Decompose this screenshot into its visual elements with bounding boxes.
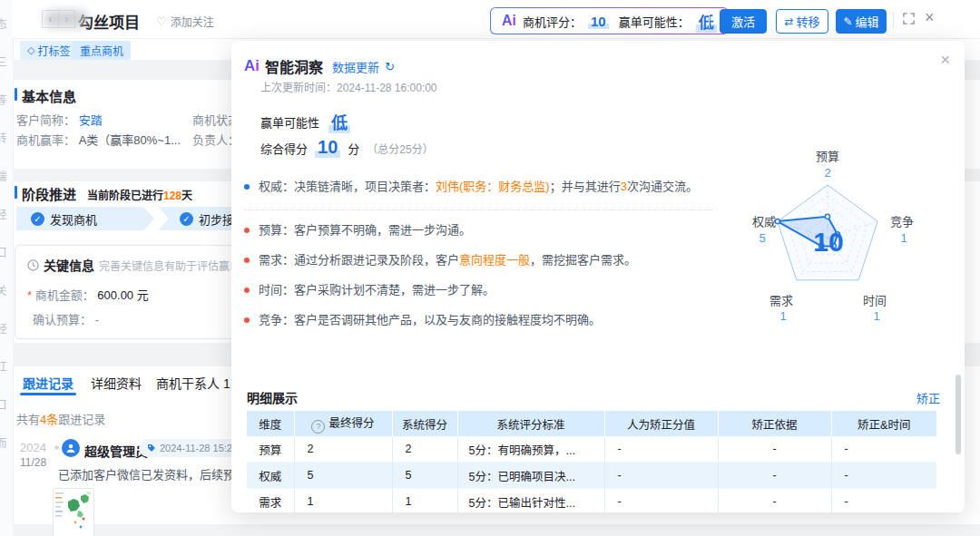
person-icon — [65, 443, 76, 453]
customer-field: 客户简称： 安踏 — [16, 111, 103, 128]
bullet-dot-blue — [244, 184, 250, 190]
bullet-dot-red — [244, 317, 250, 323]
transfer-button[interactable]: ⇄ 转移 — [776, 9, 828, 34]
opportunity-score-label: 商机评分： — [523, 13, 582, 30]
win-probability-row: 赢单可能性 低 — [260, 110, 350, 133]
radar-center-score: 10 — [813, 227, 843, 257]
activate-button[interactable]: 激活 — [720, 9, 767, 34]
sidebar-fragment-text: 态三等转端经口关经红口而 — [0, 18, 8, 475]
stage-step-label: 发现商机 — [50, 210, 97, 228]
cell-standard: 5分：已明确项目决... — [457, 463, 604, 489]
help-icon[interactable]: ? — [311, 420, 325, 434]
check-icon: ✓ — [31, 212, 44, 226]
customer-link[interactable]: 安踏 — [79, 113, 103, 127]
bullet-dot-red — [244, 287, 250, 293]
col-dimension: 维度 — [247, 411, 294, 436]
budget-label: 确认预算： — [33, 313, 92, 326]
tab-details[interactable]: 详细资料 — [91, 374, 142, 392]
table-header-row: 维度 ?最终得分 系统得分 系统评分标准 人为矫正分值 矫正依据 矫正&时间 — [247, 411, 936, 436]
modal-title: 智能洞察 — [265, 55, 323, 77]
heart-icon: ♡ — [156, 15, 167, 28]
radar-value-demand: 1 — [779, 309, 786, 323]
winrate-field: 商机赢率： A类（赢率80%~1... — [16, 131, 181, 148]
stage-days-suffix: 天 — [181, 190, 192, 202]
insight-text-part: 权威：决策链清晰，项目决策者： — [259, 180, 436, 193]
tab-active-underline — [20, 393, 76, 395]
refresh-icon[interactable]: ↻ — [385, 60, 395, 73]
cell-adjust: - — [604, 463, 718, 489]
bullet-dot-red — [244, 258, 250, 263]
cell-final: 1 — [294, 489, 392, 513]
cell-dimension: 权威 — [247, 463, 294, 489]
col-final-score-label: 最终得分 — [328, 417, 374, 430]
modal-header: Ai 智能洞察 数据更新 ↻ — [244, 55, 395, 77]
insight-demand: 需求：通过分析跟进记录及阶段，客户意向程度一般，需挖掘客户需求。 — [244, 252, 702, 268]
clock-icon — [27, 259, 39, 271]
heading-bar — [15, 88, 17, 101]
radar-value-compete: 1 — [900, 231, 906, 245]
follow-control[interactable]: ♡ 添加关注 — [156, 14, 214, 29]
radar-label-compete: 竞争 — [890, 215, 914, 229]
amount-value: 600.00 元 — [97, 288, 148, 302]
required-mark: * — [27, 288, 32, 302]
tab-follow-records[interactable]: 跟进记录 — [23, 374, 74, 392]
score-detail-table: 维度 ?最终得分 系统得分 系统评分标准 人为矫正分值 矫正依据 矫正&时间 预… — [247, 411, 936, 512]
timeline-dot — [54, 445, 59, 450]
dotted-divider — [244, 210, 712, 210]
overall-score-unit: 分 — [348, 140, 359, 157]
records-count-number: 4条 — [40, 413, 58, 426]
edit-icon: ✎ — [843, 15, 852, 28]
modal-close-button[interactable]: × — [940, 50, 950, 70]
stage-step-discover[interactable]: ✓ 发现商机 — [16, 207, 154, 230]
redaction-blur — [44, 10, 89, 28]
insight-highlight: 3 — [621, 180, 627, 193]
adjust-link[interactable]: 矫正 — [916, 389, 940, 406]
cell-system: 5 — [392, 463, 457, 489]
insight-text-part: ，需挖掘客户需求。 — [530, 253, 636, 267]
ai-logo: Ai — [502, 13, 516, 29]
ai-score-pill: Ai 商机评分： 10 赢单可能性： 低 — [490, 7, 729, 34]
ai-insight-modal: × Ai 智能洞察 数据更新 ↻ 上次更新时间：2024-11-28 16:00… — [231, 41, 965, 512]
insight-time: 时间：客户采购计划不清楚，需进一步了解。 — [244, 282, 702, 298]
insight-highlight: 刘伟(职务：财务总监) — [436, 180, 550, 193]
budget-value: - — [95, 313, 99, 326]
winrate-value: A类（赢率80%~1... — [79, 133, 181, 147]
amount-label: 商机金额： — [35, 288, 94, 302]
overall-score-value: 10 — [315, 137, 340, 158]
tag-icon: ◇ — [27, 44, 34, 56]
activate-label: 激活 — [731, 13, 755, 30]
radar-label-time: 时间 — [863, 294, 887, 307]
map-thumbnail-image — [54, 489, 93, 536]
col-score-standard: 系统评分标准 — [457, 411, 604, 436]
col-adjust-time: 矫正&时间 — [831, 411, 936, 436]
label-tag-icon — [147, 443, 156, 453]
bullet-dot-red — [244, 228, 250, 233]
records-count-suffix: 跟进记录 — [58, 413, 105, 426]
tab-stakeholders[interactable]: 商机干系人 1 — [156, 374, 230, 392]
insight-text-part: ；并与其进行 — [550, 180, 621, 193]
radar-label-demand: 需求 — [769, 294, 793, 307]
fullscreen-button[interactable] — [902, 12, 916, 28]
page-close-button[interactable]: × — [925, 8, 935, 27]
data-refresh-button[interactable]: 数据更新 — [332, 58, 379, 75]
key-opportunity-tag[interactable]: 重点商机 — [73, 41, 131, 60]
overall-score-total: （总分25分） — [367, 141, 433, 156]
add-tag-button[interactable]: ◇ 打标签 — [20, 41, 77, 60]
modal-scrollbar-thumb[interactable] — [956, 375, 961, 454]
record-attachment-thumbnail[interactable] — [53, 488, 94, 536]
insight-compete: 竞争：客户是否调研其他产品，以及与友商的接触程度均不明确。 — [244, 312, 702, 328]
follow-label: 添加关注 — [171, 14, 214, 29]
cell-basis: - — [718, 463, 831, 489]
edit-button[interactable]: ✎ 编辑 — [836, 9, 887, 34]
cell-basis: - — [718, 436, 831, 463]
win-probability-label: 赢单可能性： — [619, 13, 690, 30]
col-manual-adjust: 人为矫正分值 — [604, 411, 718, 436]
amount-field: * 商机金额： 600.00 元 — [27, 286, 149, 303]
insight-text: 竞争：客户是否调研其他产品，以及与友商的接触程度均不明确。 — [259, 312, 601, 328]
stage-days: 当前阶段已进行128天 — [87, 187, 192, 202]
cell-standard: 5分：已输出针对性... — [457, 489, 604, 513]
left-sidebar-sliver: 态三等转端经口关经红口而 — [0, 0, 14, 536]
cell-basis: - — [718, 489, 831, 513]
insight-text: 需求：通过分析跟进记录及阶段，客户意向程度一般，需挖掘客户需求。 — [259, 252, 636, 268]
radar-chart: 预算 2 竞争 1 时间 1 需求 1 权威 5 10 — [717, 136, 962, 331]
